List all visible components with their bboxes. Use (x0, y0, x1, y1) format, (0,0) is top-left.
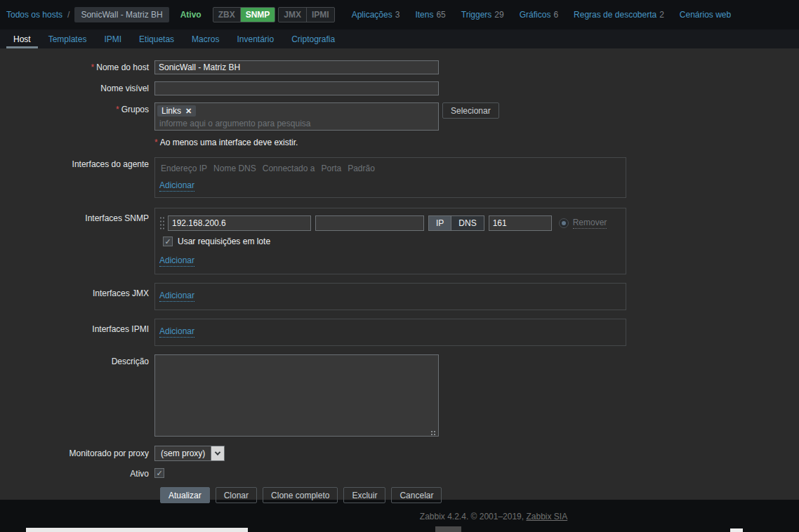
groups-multiselect[interactable]: Links ✕ informe aqui o argumento para pe… (154, 102, 439, 131)
full-clone-button[interactable]: Clone completo (263, 487, 338, 503)
visible-name-row: Nome visível (0, 81, 799, 95)
snmp-availability-badge: SNMP (240, 8, 275, 22)
header-default: Padrão (348, 164, 375, 173)
delete-button[interactable]: Excluir (343, 487, 385, 503)
toggle-dns-option[interactable]: DNS (451, 216, 483, 230)
nav-items-count: 65 (436, 10, 445, 20)
groups-row: *Grupos Links ✕ informe aqui o argumento… (0, 102, 799, 131)
agent-add-interface-link[interactable]: Adicionar (159, 180, 194, 192)
snmp-interfaces-fieldset: IP DNS Remover ✓ Usar requisições em lot… (154, 208, 626, 274)
ipmi-interfaces-row: Interfaces IPMI Adicionar (0, 319, 799, 346)
nav-discovery-rules[interactable]: Regras de descoberta2 (574, 10, 664, 20)
enabled-checkbox[interactable]: ✓ (154, 468, 164, 478)
footer: Zabbix 4.2.4. © 2001–2019, Zabbix SIA (420, 512, 567, 521)
clone-button[interactable]: Clonar (216, 487, 257, 503)
snmp-remove-link: Remover (573, 218, 607, 229)
agent-interfaces-row: Interfaces do agente Endereço IPNome DNS… (0, 157, 799, 198)
toggle-ip-option[interactable]: IP (429, 216, 451, 230)
jmx-add-interface-link[interactable]: Adicionar (159, 291, 194, 302)
screen-edge-fragment-right (730, 528, 743, 532)
tab-etiquetas[interactable]: Etiquetas (132, 29, 181, 48)
drag-handle-icon[interactable] (159, 216, 165, 230)
host-status-badge: Ativo (180, 10, 202, 20)
default-interface-radio[interactable] (559, 218, 569, 228)
snmp-ip-input[interactable] (168, 215, 311, 231)
breadcrumb-bar: Todos os hosts / SonicWall - Matriz BH A… (0, 0, 799, 29)
description-label: Descrição (0, 354, 154, 366)
nav-applications-count: 3 (395, 10, 400, 20)
snmp-dns-input[interactable] (315, 215, 424, 231)
snmp-interfaces-row: Interfaces SNMP IP DNS Remover ✓ Usar re… (0, 208, 799, 274)
resize-grip-icon[interactable] (430, 430, 437, 435)
interface-warning-row: *Ao menos uma interface deve existir. (0, 138, 799, 147)
nav-graphs-count: 6 (553, 10, 558, 20)
snmp-add-interface-link[interactable]: Adicionar (159, 255, 194, 267)
breadcrumb-separator: / (67, 10, 70, 20)
screen-edge-fragment-left (26, 528, 248, 532)
group-chip-label: Links (161, 106, 181, 116)
host-name-label: Nome do host (96, 62, 149, 72)
availability-group-jmx-ipmi: JMX IPMI (278, 7, 334, 22)
tab-host[interactable]: Host (6, 29, 38, 48)
interface-warning-text: Ao menos uma interface deve existir. (160, 138, 298, 147)
tab-templates[interactable]: Templates (41, 29, 94, 48)
ipmi-add-interface-link[interactable]: Adicionar (159, 326, 194, 338)
nav-applications[interactable]: Aplicações3 (352, 10, 400, 20)
agent-interfaces-fieldset: Endereço IPNome DNSConnectado aPortaPadr… (154, 157, 626, 198)
check-icon: ✓ (156, 470, 162, 477)
header-connect-to: Connectado a (263, 164, 315, 173)
host-entities-nav: Aplicações3 Itens65 Triggers29 Gráficos6… (352, 10, 747, 20)
update-button[interactable]: Atualizar (160, 487, 210, 503)
required-asterisk: * (116, 105, 119, 114)
proxy-label: Monitorado por proxy (0, 446, 154, 458)
availability-group-agent-snmp: ZBX SNMP (213, 7, 276, 22)
enabled-row: Ativo ✓ (0, 468, 799, 479)
header-port: Porta (321, 164, 341, 173)
nav-discovery-rules-count: 2 (659, 10, 664, 20)
cancel-button[interactable]: Cancelar (391, 487, 442, 503)
header-ip: Endereço IP (161, 164, 207, 173)
zbx-availability-badge: ZBX (213, 8, 240, 22)
ipmi-availability-badge: IPMI (306, 8, 334, 22)
nav-triggers[interactable]: Triggers29 (461, 10, 504, 20)
agent-interfaces-label: Interfaces do agente (0, 157, 154, 169)
ipmi-interfaces-label: Interfaces IPMI (0, 319, 154, 334)
nav-graphs[interactable]: Gráficos6 (520, 10, 558, 20)
proxy-select[interactable]: (sem proxy) (154, 446, 225, 461)
nav-items[interactable]: Itens65 (415, 10, 445, 20)
tab-ipmi[interactable]: IPMI (97, 29, 128, 48)
bulk-requests-checkbox[interactable]: ✓ (163, 237, 173, 246)
agent-interfaces-headers: Endereço IPNome DNSConnectado aPortaPadr… (159, 164, 621, 173)
close-icon[interactable]: ✕ (185, 107, 192, 116)
chevron-down-icon (215, 449, 220, 455)
footer-zabbix-sia-link[interactable]: Zabbix SIA (526, 512, 567, 521)
snmp-port-input[interactable] (489, 215, 552, 231)
tab-macros[interactable]: Macros (185, 29, 226, 48)
enabled-label: Ativo (0, 468, 154, 479)
proxy-select-value[interactable]: (sem proxy) (154, 446, 211, 461)
snmp-interface-row: IP DNS Remover (159, 215, 621, 231)
required-asterisk: * (91, 62, 95, 72)
screen-edge-fragment-middle (435, 526, 461, 532)
jmx-interfaces-row: Interfaces JMX Adicionar (0, 283, 799, 310)
tab-inventario[interactable]: Inventário (230, 29, 281, 48)
proxy-select-arrow[interactable] (211, 446, 225, 461)
breadcrumb-all-hosts[interactable]: Todos os hosts (6, 10, 62, 20)
nav-web-scenarios[interactable]: Cenários web (680, 10, 731, 20)
visible-name-input[interactable] (154, 81, 439, 95)
groups-search-placeholder[interactable]: informe aqui o argumento para pesquisa (157, 117, 436, 128)
group-chip-links: Links ✕ (157, 105, 196, 117)
tab-criptografia[interactable]: Criptografia (284, 29, 342, 48)
ipmi-interfaces-fieldset: Adicionar (154, 319, 626, 346)
header-dns: Nome DNS (213, 164, 256, 173)
host-name-input[interactable] (154, 60, 439, 74)
jmx-availability-badge: JMX (279, 8, 306, 22)
groups-label: Grupos (121, 105, 149, 114)
groups-select-button[interactable]: Selecionar (442, 102, 499, 119)
host-name-row: *Nome do host (0, 60, 799, 74)
jmx-interfaces-label: Interfaces JMX (0, 283, 154, 298)
footer-version-text: Zabbix 4.2.4. © 2001–2019, (420, 512, 527, 521)
host-form: *Nome do host Nome visível *Grupos Links… (0, 48, 799, 500)
breadcrumb-host-name[interactable]: SonicWall - Matriz BH (74, 7, 169, 22)
description-textarea[interactable] (154, 354, 439, 437)
